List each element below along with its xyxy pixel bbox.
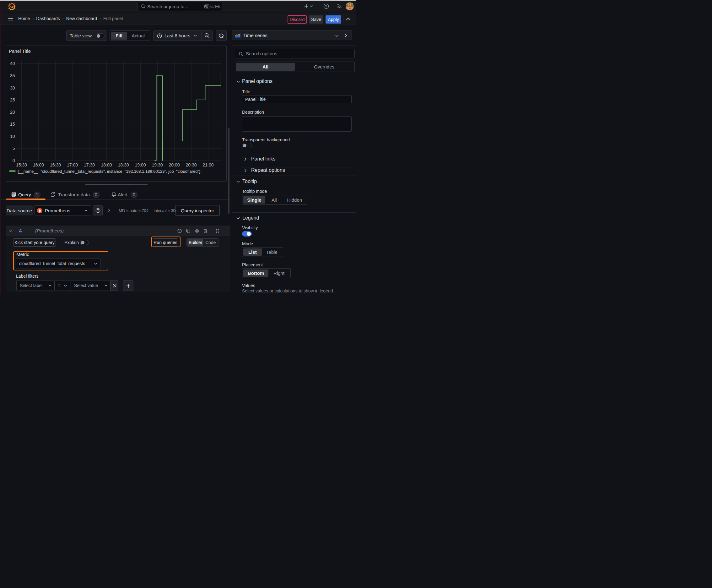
svg-text:17:30: 17:30 — [84, 162, 95, 167]
svg-text:15: 15 — [10, 122, 15, 127]
svg-text:10: 10 — [10, 134, 15, 139]
svg-text:21:00: 21:00 — [202, 162, 214, 167]
svg-text:18:30: 18:30 — [118, 162, 129, 167]
svg-text:{__name__="cloudflared_tunnel_: {__name__="cloudflared_tunnel_total_requ… — [18, 169, 201, 174]
svg-text:19:30: 19:30 — [152, 162, 163, 167]
svg-text:20:30: 20:30 — [186, 162, 196, 167]
svg-text:40: 40 — [10, 61, 15, 66]
svg-text:20: 20 — [10, 110, 15, 114]
svg-text:16:30: 16:30 — [50, 162, 61, 167]
svg-text:18:00: 18:00 — [101, 162, 112, 167]
svg-text:35: 35 — [10, 73, 15, 78]
svg-text:30: 30 — [10, 85, 15, 90]
svg-text:20:00: 20:00 — [169, 162, 179, 167]
svg-text:16:00: 16:00 — [33, 162, 44, 167]
svg-text:5: 5 — [13, 146, 15, 151]
svg-text:0: 0 — [13, 158, 15, 163]
svg-text:15:30: 15:30 — [16, 162, 27, 167]
svg-text:25: 25 — [10, 97, 15, 102]
svg-text:17:00: 17:00 — [67, 162, 78, 167]
svg-text:19:00: 19:00 — [135, 162, 146, 167]
